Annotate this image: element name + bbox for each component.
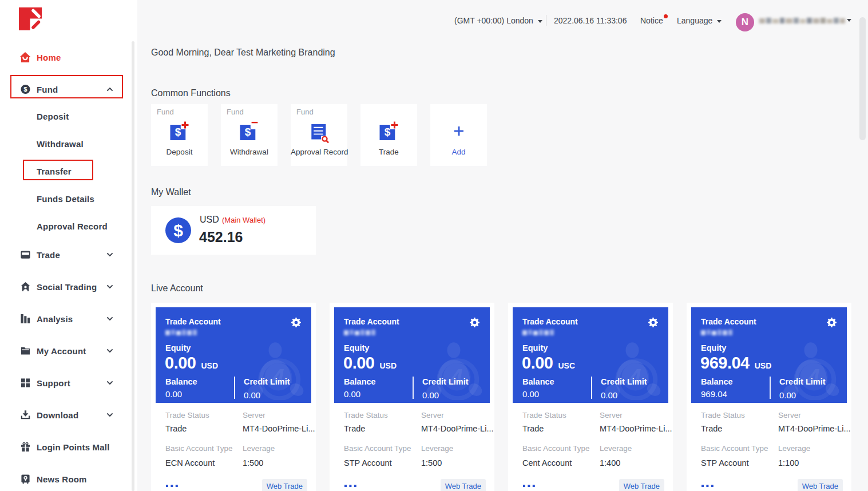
svg-text:$: $ [384,126,390,138]
svg-text:$: $ [175,126,181,138]
svg-text:$: $ [173,221,183,240]
svg-text:$: $ [23,86,27,93]
svg-text:$: $ [244,126,251,138]
